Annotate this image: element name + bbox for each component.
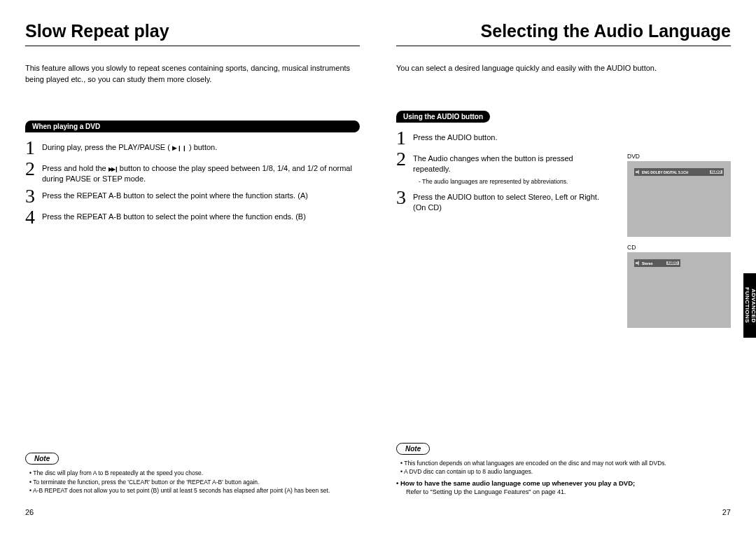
section-label: When playing a DVD — [25, 121, 360, 132]
dvd-screen: ENG DOLBY DIGITAL 5.1CH AUDIO — [627, 161, 731, 237]
step-1: 1 Press the AUDIO button. — [396, 128, 606, 148]
note-item: A-B REPEAT does not allow you to set poi… — [35, 486, 360, 495]
section-tab: ADVANCED FUNCTIONS — [743, 273, 756, 338]
step-text: Press the AUDIO button. — [413, 128, 497, 143]
step-number: 2 — [396, 149, 413, 169]
step-number: 3 — [25, 186, 42, 206]
step-1: 1 During play, press the PLAY/PAUSE ( ) … — [25, 138, 360, 158]
speaker-icon — [636, 261, 640, 266]
skip-fwd-icon — [108, 164, 118, 172]
play-icon — [172, 143, 177, 151]
osd-text: Stereo — [642, 261, 653, 266]
screen-figures: DVD ENG DOLBY DIGITAL 5.1CH AUDIO CD Ste… — [627, 153, 731, 335]
steps-list: 1 Press the AUDIO button. 2 The Audio ch… — [396, 128, 606, 213]
step-text: Press the AUDIO button to select Stereo,… — [413, 188, 606, 214]
intro-text: This feature allows you slowly to repeat… — [25, 63, 360, 85]
pause-icon — [177, 143, 187, 151]
note-item: To terminate the function, press the 'CL… — [35, 478, 360, 487]
osd-badge: AUDIO — [666, 261, 680, 265]
step-number: 4 — [25, 207, 42, 227]
note-item: This function depends on what languages … — [406, 459, 731, 468]
osd-bar: ENG DOLBY DIGITAL 5.1CH AUDIO — [634, 168, 724, 176]
step-text: During play, press the PLAY/PAUSE ( ) bu… — [42, 138, 217, 153]
note-list: This function depends on what languages … — [396, 459, 731, 477]
step-text: Press the REPEAT A-B button to select th… — [42, 186, 308, 201]
step-number: 1 — [396, 128, 413, 148]
page-left: Slow Repeat play This feature allows you… — [0, 0, 378, 536]
note-block: Note This function depends on what langu… — [396, 441, 731, 496]
osd-bar: Stereo AUDIO — [634, 259, 680, 267]
step-number: 2 — [25, 159, 42, 179]
osd-badge: AUDIO — [710, 170, 723, 174]
step-text: Press the REPEAT A-B button to select th… — [42, 207, 306, 222]
step-2: 2 The Audio changes when the button is p… — [396, 149, 606, 186]
page-number: 26 — [25, 508, 34, 516]
steps-wrap: Using the AUDIO button 1 Press the AUDIO… — [396, 109, 606, 220]
step-text: Press and hold the button to choose the … — [42, 159, 360, 185]
step-3: 3 Press the REPEAT A-B button to select … — [25, 186, 360, 206]
step-subnote: - The audio languages are represented by… — [419, 178, 606, 186]
section-label: Using the AUDIO button — [396, 111, 490, 123]
note-label: Note — [396, 443, 430, 455]
note-refer: Refer to "Setting Up the Language Featur… — [396, 488, 731, 495]
note-bold: • How to have the same audio language co… — [396, 479, 731, 487]
page-title: Slow Repeat play — [25, 21, 360, 46]
note-list: The disc will play from A to B repeatedl… — [25, 469, 360, 495]
page-title: Selecting the Audio Language — [396, 21, 731, 46]
intro-text: You can select a desired language quickl… — [396, 63, 731, 74]
step-2: 2 Press and hold the button to choose th… — [25, 159, 360, 185]
note-label: Note — [25, 453, 59, 465]
figure-label: CD — [627, 244, 731, 251]
section-tab-text: ADVANCED FUNCTIONS — [743, 273, 756, 338]
osd-text: ENG DOLBY DIGITAL 5.1CH — [642, 170, 688, 174]
figure-label: DVD — [627, 153, 731, 160]
step-4: 4 Press the REPEAT A-B button to select … — [25, 207, 360, 227]
step-number: 3 — [396, 188, 413, 207]
note-block: Note The disc will play from A to B repe… — [25, 451, 360, 495]
step-number: 1 — [25, 138, 42, 158]
steps-list: 1 During play, press the PLAY/PAUSE ( ) … — [25, 138, 360, 228]
speaker-icon — [636, 170, 640, 174]
note-item: A DVD disc can contain up to 8 audio lan… — [406, 467, 731, 476]
step-3: 3 Press the AUDIO button to select Stere… — [396, 188, 606, 214]
page-number: 27 — [722, 508, 731, 516]
page-right: Selecting the Audio Language You can sel… — [378, 0, 756, 536]
note-item: The disc will play from A to B repeatedl… — [35, 469, 360, 478]
manual-spread: Slow Repeat play This feature allows you… — [0, 0, 756, 536]
step-text: The Audio changes when the button is pre… — [413, 149, 606, 186]
cd-screen: Stereo AUDIO — [627, 252, 731, 328]
